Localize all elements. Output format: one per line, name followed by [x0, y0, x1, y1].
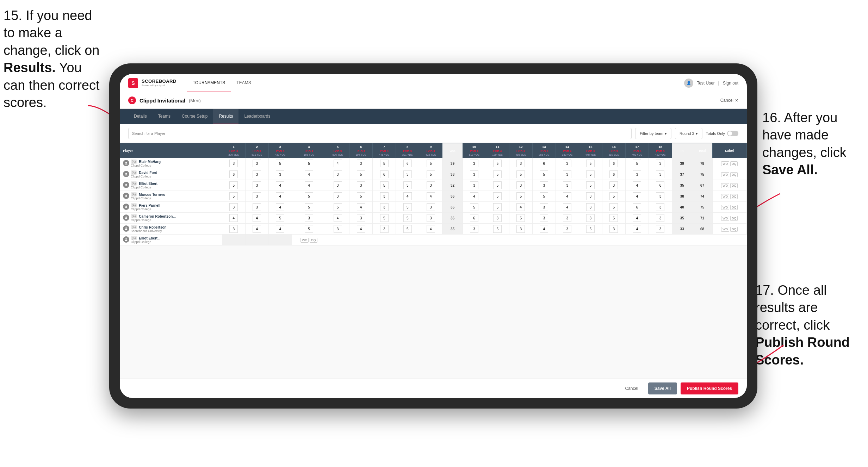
- score-input-hole-10[interactable]: [470, 225, 478, 233]
- score-hole-2[interactable]: [245, 180, 268, 191]
- score-hole-13[interactable]: [532, 202, 556, 213]
- score-hole-2[interactable]: [245, 191, 268, 202]
- score-hole-14[interactable]: [556, 202, 579, 213]
- score-hole-5[interactable]: [326, 224, 349, 235]
- tab-details[interactable]: Details: [128, 109, 153, 124]
- score-input-hole-7[interactable]: [380, 181, 389, 189]
- score-hole-15[interactable]: [579, 180, 602, 191]
- score-hole-7[interactable]: [373, 213, 396, 224]
- score-input-hole-10[interactable]: [470, 192, 478, 200]
- score-input-hole-12[interactable]: [516, 225, 525, 233]
- cancel-tournament-button[interactable]: Cancel ✕: [720, 98, 738, 103]
- score-hole-7[interactable]: [373, 191, 396, 202]
- score-hole-8[interactable]: [396, 169, 419, 180]
- score-input-hole-12[interactable]: [516, 203, 525, 211]
- score-hole-18[interactable]: [649, 202, 672, 213]
- score-input-hole-6[interactable]: [357, 225, 365, 233]
- score-input-hole-1[interactable]: [229, 192, 238, 200]
- score-hole-6[interactable]: [349, 158, 373, 169]
- score-hole-5[interactable]: [326, 202, 349, 213]
- score-hole-9[interactable]: [419, 213, 442, 224]
- dq-button[interactable]: DQ: [730, 227, 738, 232]
- score-hole-15[interactable]: [579, 158, 602, 169]
- score-input-hole-15[interactable]: [586, 181, 595, 189]
- score-input-hole-2[interactable]: [253, 192, 261, 200]
- score-input-hole-3[interactable]: [276, 192, 284, 200]
- score-hole-14[interactable]: [556, 191, 579, 202]
- score-input-hole-2[interactable]: [253, 181, 261, 189]
- score-hole-14[interactable]: [556, 180, 579, 191]
- score-input-hole-12[interactable]: [516, 170, 525, 178]
- score-hole-17[interactable]: [625, 224, 649, 235]
- score-hole-4[interactable]: [292, 158, 326, 169]
- score-hole-9[interactable]: [419, 202, 442, 213]
- score-input-hole-7[interactable]: [380, 160, 389, 167]
- score-input-hole-11[interactable]: [493, 214, 502, 222]
- score-input-hole-14[interactable]: [563, 225, 571, 233]
- dq-button[interactable]: DQ: [730, 161, 738, 166]
- score-input-hole-8[interactable]: [403, 160, 412, 167]
- score-input-hole-13[interactable]: [540, 192, 548, 200]
- score-hole-17[interactable]: [625, 158, 649, 169]
- score-hole-4[interactable]: [292, 213, 326, 224]
- dq-button[interactable]: DQ: [730, 183, 738, 188]
- tab-course-setup[interactable]: Course Setup: [176, 109, 213, 124]
- score-hole-3[interactable]: [268, 224, 292, 235]
- sign-out-link[interactable]: Sign out: [723, 81, 738, 86]
- score-hole-17[interactable]: [625, 180, 649, 191]
- score-hole-5[interactable]: [326, 158, 349, 169]
- score-input-hole-16[interactable]: [609, 192, 618, 200]
- score-input-hole-4[interactable]: [305, 160, 313, 167]
- score-input-hole-9[interactable]: [427, 192, 435, 200]
- score-input-hole-1[interactable]: [229, 181, 238, 189]
- wd-button[interactable]: WD: [721, 172, 729, 177]
- score-hole-14[interactable]: [556, 158, 579, 169]
- score-input-hole-2[interactable]: [253, 160, 261, 167]
- score-input-hole-13[interactable]: [540, 181, 548, 189]
- score-hole-11[interactable]: [486, 191, 509, 202]
- score-input-hole-7[interactable]: [380, 170, 389, 178]
- score-hole-15[interactable]: [579, 224, 602, 235]
- score-input-hole-1[interactable]: [229, 170, 238, 178]
- score-hole-10[interactable]: [463, 191, 486, 202]
- save-all-button[interactable]: Save All: [648, 382, 677, 394]
- score-hole-3[interactable]: [268, 180, 292, 191]
- score-input-hole-10[interactable]: [470, 181, 478, 189]
- score-input-hole-5[interactable]: [334, 225, 342, 233]
- score-hole-10[interactable]: [463, 158, 486, 169]
- score-input-hole-4[interactable]: [305, 170, 313, 178]
- dq-button[interactable]: DQ: [730, 216, 738, 221]
- wd-button[interactable]: WD: [721, 161, 729, 166]
- wd-button[interactable]: WD: [721, 205, 729, 210]
- score-input-hole-14[interactable]: [563, 160, 571, 167]
- score-hole-2[interactable]: [245, 224, 268, 235]
- score-input-hole-13[interactable]: [540, 214, 548, 222]
- score-hole-15[interactable]: [579, 213, 602, 224]
- score-hole-14[interactable]: [556, 224, 579, 235]
- score-input-hole-16[interactable]: [609, 170, 618, 178]
- score-input-hole-13[interactable]: [540, 170, 548, 178]
- score-input-hole-9[interactable]: [427, 181, 435, 189]
- score-hole-17[interactable]: [625, 169, 649, 180]
- score-hole-8[interactable]: [396, 191, 419, 202]
- score-input-hole-11[interactable]: [493, 160, 502, 167]
- score-hole-4[interactable]: [292, 191, 326, 202]
- score-hole-13[interactable]: [532, 158, 556, 169]
- score-hole-8[interactable]: [396, 158, 419, 169]
- score-hole-5[interactable]: [326, 169, 349, 180]
- score-hole-12[interactable]: [509, 224, 532, 235]
- score-input-hole-18[interactable]: [656, 160, 664, 167]
- wd-button[interactable]: WD: [300, 238, 309, 243]
- dq-button[interactable]: DQ: [730, 172, 738, 177]
- score-input-hole-5[interactable]: [334, 160, 342, 167]
- score-hole-10[interactable]: [463, 180, 486, 191]
- score-input-hole-10[interactable]: [470, 160, 478, 167]
- score-input-hole-16[interactable]: [609, 225, 618, 233]
- score-input-hole-7[interactable]: [380, 225, 389, 233]
- tab-teams[interactable]: Teams: [153, 109, 176, 124]
- score-input-hole-1[interactable]: [229, 225, 238, 233]
- score-input-hole-6[interactable]: [357, 170, 365, 178]
- score-input-hole-15[interactable]: [586, 160, 595, 167]
- score-hole-15[interactable]: [579, 191, 602, 202]
- score-hole-5[interactable]: [326, 191, 349, 202]
